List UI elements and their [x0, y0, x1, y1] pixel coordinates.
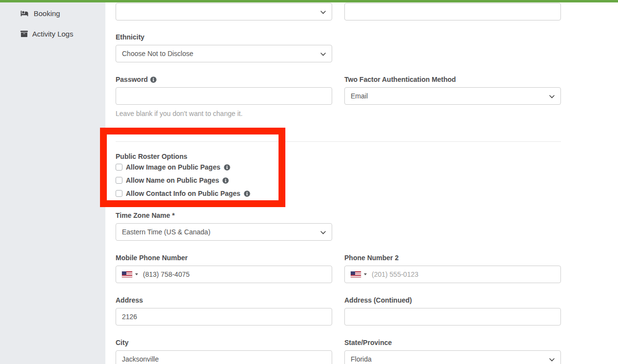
- checkbox[interactable]: [116, 190, 122, 197]
- time-zone-select[interactable]: Eastern Time (US & Canada): [116, 223, 332, 241]
- account-settings-page: Booking Activity Logs Ethnicity: [0, 0, 618, 364]
- city-label: City: [116, 339, 332, 346]
- top-navbar: [0, 0, 618, 2]
- sidebar: Booking Activity Logs: [0, 2, 105, 364]
- public-roster-options-heading: Public Roster Options: [116, 153, 332, 160]
- info-icon[interactable]: [224, 164, 230, 171]
- phone2-input[interactable]: (201) 555-0123: [344, 266, 561, 283]
- caret-down-icon: [364, 273, 367, 275]
- checkbox-allow-contact-info[interactable]: Allow Contact Info on Public Pages: [116, 190, 250, 197]
- password-label: Password: [116, 76, 332, 83]
- sidebar-item-label: Activity Logs: [32, 30, 73, 38]
- section-divider: [116, 141, 561, 142]
- chevron-down-icon: [320, 228, 326, 236]
- country-flag-dropdown[interactable]: [351, 271, 367, 277]
- checkbox[interactable]: [116, 177, 122, 184]
- state-label: State/Province: [344, 339, 561, 346]
- form-content: Ethnicity Choose Not to Disclose Passwor…: [105, 0, 618, 364]
- archive-icon: [20, 30, 28, 38]
- bed-icon: [20, 10, 29, 17]
- address2-input[interactable]: [344, 308, 561, 326]
- phone2-placeholder: (201) 555-0123: [372, 270, 419, 278]
- sidebar-item-label: Booking: [34, 9, 60, 18]
- checkbox[interactable]: [116, 164, 122, 171]
- sidebar-item-booking[interactable]: Booking: [20, 9, 60, 18]
- chevron-down-icon: [549, 92, 555, 100]
- ethnicity-select[interactable]: Choose Not to Disclose: [116, 45, 332, 62]
- two-factor-label: Two Factor Authentication Method: [344, 76, 561, 83]
- chevron-down-icon: [320, 50, 326, 57]
- checkbox-allow-name[interactable]: Allow Name on Public Pages: [116, 176, 229, 184]
- mobile-phone-input[interactable]: (813) 758-4075: [116, 266, 332, 283]
- checkbox-allow-image[interactable]: Allow Image on Public Pages: [116, 163, 230, 171]
- city-input[interactable]: [116, 350, 332, 364]
- top-right-input[interactable]: [344, 3, 561, 20]
- us-flag-icon: [122, 271, 132, 277]
- phone2-label: Phone Number 2: [344, 254, 561, 262]
- sidebar-item-activity-logs[interactable]: Activity Logs: [20, 30, 73, 38]
- country-flag-dropdown[interactable]: [122, 271, 138, 277]
- mobile-phone-label: Mobile Phone Number: [116, 254, 332, 262]
- info-icon[interactable]: [222, 177, 229, 184]
- chevron-down-icon: [320, 8, 326, 16]
- password-helper-text: Leave blank if you don't want to change …: [116, 110, 332, 117]
- info-icon[interactable]: [150, 77, 157, 83]
- state-select[interactable]: Florida: [344, 350, 561, 364]
- password-input[interactable]: [116, 87, 332, 105]
- two-factor-select[interactable]: Email: [344, 87, 561, 105]
- us-flag-icon: [351, 271, 361, 277]
- top-left-select[interactable]: [116, 3, 332, 20]
- address2-label: Address (Continued): [344, 296, 561, 304]
- chevron-down-icon: [549, 355, 555, 363]
- ethnicity-label: Ethnicity: [116, 33, 332, 41]
- caret-down-icon: [135, 273, 138, 275]
- address-input[interactable]: [116, 308, 332, 326]
- address-label: Address: [116, 296, 332, 304]
- time-zone-label: Time Zone Name *: [116, 211, 332, 219]
- info-icon[interactable]: [244, 191, 250, 197]
